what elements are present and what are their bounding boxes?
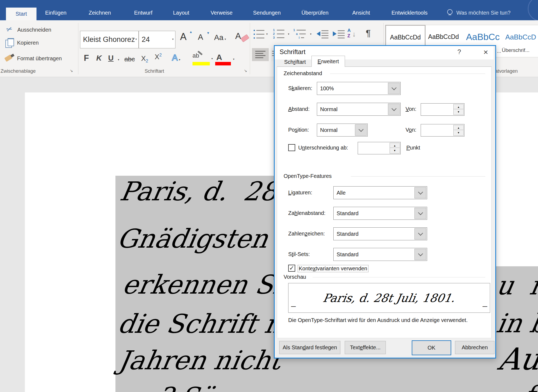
dialog-tab-schriftart[interactable]: Schriftart — [279, 57, 311, 67]
style-card-kein-leerraum[interactable]: AaBbCcDd — [427, 26, 460, 48]
combo-dropdown-button[interactable] — [388, 104, 400, 115]
highlight-color-bar — [192, 62, 210, 65]
als-standard-festlegen-button[interactable]: Als Standard festlegen — [279, 341, 340, 354]
style-card-ueberschrift-2[interactable]: AaBbCcD — [503, 26, 538, 48]
grow-font-button[interactable]: A ▲ — [180, 31, 192, 46]
button-label: Abbrechen — [462, 344, 488, 351]
font-color-bar — [215, 62, 231, 65]
font-name-combo[interactable]: Kleist Ghonorez ▾ — [80, 31, 139, 48]
sort-button[interactable]: A Z ↓ — [347, 28, 359, 40]
stil-sets-combo[interactable]: Standard — [333, 248, 427, 261]
combo-dropdown-button[interactable] — [414, 208, 426, 219]
sort-arrow-glyph: ↓ — [352, 30, 356, 38]
shrink-font-button[interactable]: A ▼ — [198, 33, 210, 46]
chevron-down-icon: ▾ — [233, 58, 234, 61]
align-left-button[interactable] — [252, 48, 269, 61]
close-icon[interactable]: × — [483, 48, 488, 57]
combo-dropdown-button[interactable] — [414, 249, 426, 260]
superscript-button[interactable]: X2 — [155, 53, 162, 61]
texteffekte-button[interactable]: Texteffekte... — [345, 341, 386, 354]
numbering-button[interactable]: 1 2 3 — [273, 29, 287, 40]
tab-verweise[interactable]: Verweise — [211, 10, 233, 16]
change-case-button[interactable]: Aa ▾ — [214, 33, 226, 42]
align-center-button[interactable] — [271, 48, 274, 61]
dialog-title: Schriftart — [280, 48, 305, 56]
dialog-tab-erweitert[interactable]: Erweitert — [311, 56, 345, 67]
spinner-down-button[interactable]: ▼ — [453, 109, 464, 115]
increase-indent-button[interactable] — [333, 30, 345, 39]
position-combo[interactable]: Normal — [317, 124, 368, 137]
zahlenabstand-label: Zahlenabstand: — [288, 210, 326, 216]
decrease-indent-button[interactable] — [317, 30, 329, 39]
show-paragraph-marks-button[interactable]: ¶ — [366, 28, 371, 38]
clear-formatting-button[interactable]: A — [235, 31, 250, 46]
position-value: Normal — [320, 127, 337, 133]
font-preview-box: _ Paris, d. 28t Juli, 1801. _ — [288, 283, 490, 313]
strikethrough-button[interactable]: abc — [124, 55, 135, 63]
underline-button[interactable]: U — [108, 54, 114, 62]
tab-entwicklertools[interactable]: Entwicklertools — [391, 10, 427, 16]
multilevel-list-button[interactable]: 1 a i — [293, 29, 308, 40]
bullets-button[interactable] — [254, 29, 265, 40]
position-von-spinner[interactable]: ▲ ▼ — [421, 124, 464, 137]
chevron-down-icon — [391, 85, 396, 90]
opentype-note: Die OpenType-Schriftart wird für den Aus… — [288, 317, 468, 323]
highlight-button[interactable]: ab ▾ — [192, 52, 199, 59]
highlight-icon: ab — [192, 52, 199, 59]
abstand-combo[interactable]: Normal — [317, 103, 401, 116]
unterschneidung-checkbox[interactable] — [288, 144, 295, 151]
skalieren-combo[interactable]: 100% — [317, 82, 401, 95]
unterschneidung-label: Unterschneidung ab: — [298, 145, 348, 151]
kontextvarianten-label[interactable]: Kontextvarianten verwenden — [298, 265, 368, 272]
bold-button[interactable]: F — [84, 53, 89, 63]
combo-dropdown-button[interactable] — [388, 83, 400, 94]
tab-entwurf[interactable]: Entwurf — [134, 10, 152, 16]
style-label: Überschrif... — [502, 47, 529, 53]
abstand-von-spinner[interactable]: ▲ ▼ — [421, 103, 464, 116]
dialog-launcher-icon[interactable]: ↘ — [70, 68, 73, 73]
tab-zeichnen[interactable]: Zeichnen — [89, 10, 111, 16]
zahlenabstand-combo[interactable]: Standard — [333, 207, 427, 220]
dialog-tab-label: Schriftart — [284, 59, 306, 65]
combo-dropdown-button[interactable] — [414, 187, 426, 198]
document-line: erkennen Sie — [121, 272, 300, 298]
dialog-launcher-icon[interactable]: ↘ — [244, 68, 247, 73]
combo-dropdown-button[interactable] — [355, 124, 367, 136]
text-effects-icon: A — [172, 53, 178, 62]
font-size-combo[interactable]: 24 ▾ — [139, 31, 175, 48]
ligaturen-combo[interactable]: Alle — [333, 186, 427, 199]
kontextvarianten-checkbox[interactable]: ✓ — [288, 265, 295, 272]
page-area — [496, 176, 538, 266]
document-line: Jahren nicht — [117, 347, 283, 373]
tab-ueberpruefen[interactable]: Überprüfen — [301, 10, 328, 16]
tab-einfuegen[interactable]: Einfügen — [45, 10, 67, 16]
spinner-down-button[interactable]: ▼ — [453, 130, 464, 136]
check-icon: ✓ — [289, 265, 294, 272]
style-sample: AaBbCcDd — [390, 34, 421, 41]
combo-dropdown-button[interactable] — [414, 228, 426, 240]
chevron-down-icon: ▾ — [172, 38, 174, 41]
text-effects-button[interactable]: A ▾ — [172, 53, 180, 63]
zahlenzeichen-combo[interactable]: Standard — [333, 227, 427, 240]
subscript-button[interactable]: X2 — [141, 54, 148, 64]
font-color-button[interactable]: A ▾ — [216, 53, 222, 62]
skalieren-value: 100% — [320, 85, 334, 92]
italic-button[interactable]: K — [96, 54, 102, 62]
style-card-ueberschrift-1[interactable]: AaBbCc — [464, 26, 502, 48]
help-icon[interactable]: ? — [457, 48, 461, 56]
ok-button[interactable]: OK — [412, 340, 451, 355]
abbrechen-button[interactable]: Abbrechen — [455, 341, 494, 354]
copy-label: Kopieren — [17, 40, 39, 46]
zahlenzeichen-label: Zahlenzeichen: — [288, 231, 325, 237]
account-circle-icon — [528, 0, 538, 21]
tab-layout[interactable]: Layout — [173, 10, 189, 16]
tab-ansicht[interactable]: Ansicht — [352, 10, 370, 16]
chevron-down-icon: ▾ — [179, 58, 180, 61]
tellme-box[interactable]: Was möchten Sie tun? — [456, 10, 510, 16]
tab-sendungen[interactable]: Sendungen — [253, 10, 281, 16]
chevron-down-icon — [391, 106, 396, 111]
tab-start[interactable]: Start — [6, 8, 36, 20]
spinner-down-button[interactable]: ▼ — [390, 148, 400, 154]
unterschneidung-spinner[interactable]: ▲ ▼ — [358, 142, 401, 154]
document-line-fragment: in bs — [495, 310, 538, 336]
